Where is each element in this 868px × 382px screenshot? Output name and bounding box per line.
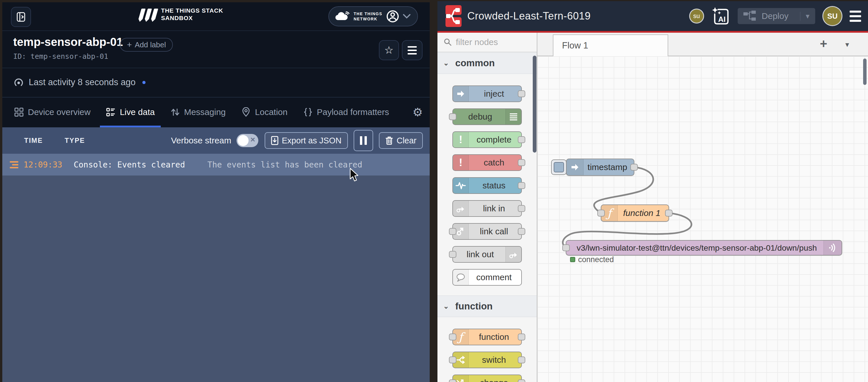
live-indicator-dot	[143, 81, 146, 84]
palette-node-link-in[interactable]: link in	[453, 200, 522, 217]
node-label: v3/lwn-simulator-test@ttn/devices/temp-s…	[571, 241, 823, 255]
event-type: Console: Events cleared	[74, 160, 185, 170]
clear-events-button[interactable]: Clear	[379, 132, 423, 149]
column-header-type: TYPE	[65, 137, 85, 144]
user-badge-large[interactable]: SU	[823, 7, 842, 25]
output-port[interactable]	[518, 356, 525, 363]
main-menu-button[interactable]	[849, 11, 861, 22]
inject-trigger-button[interactable]	[551, 160, 567, 175]
canvas-node-mqtt-out[interactable]: v3/lwn-simulator-test@ttn/devices/temp-s…	[566, 240, 842, 255]
input-port[interactable]	[449, 251, 456, 258]
network-switcher-button[interactable]: THE THINGS NETWORK	[329, 6, 418, 26]
input-port[interactable]	[597, 210, 605, 216]
output-port[interactable]	[518, 182, 525, 189]
input-port[interactable]	[449, 356, 456, 363]
palette-node-function[interactable]: ƒ function	[453, 329, 522, 345]
export-json-button[interactable]: Export as JSON	[265, 132, 348, 149]
palette-node-debug[interactable]: debug	[453, 108, 522, 125]
input-port[interactable]	[562, 244, 570, 251]
ai-assistant-icon[interactable]: AI	[711, 7, 730, 26]
flow-tab-bar: Flow 1 + ▾	[537, 33, 868, 56]
palette-node-change[interactable]: change	[453, 375, 522, 382]
input-port[interactable]	[449, 379, 456, 382]
chevron-down-icon	[403, 14, 410, 19]
ttn-console-window: THE THINGS STACK SANDBOX THE THINGS NETW…	[2, 2, 430, 382]
tab-device-overview[interactable]: Device overview	[6, 97, 98, 127]
palette-node-comment[interactable]: comment	[453, 269, 522, 286]
node-red-header: Crowded-Least-Tern-6019 su AI Deploy ▾ S…	[437, 1, 868, 33]
user-badge-small[interactable]: su	[690, 9, 703, 23]
pause-stream-button[interactable]	[353, 130, 373, 151]
palette-node-status[interactable]: status	[453, 177, 522, 194]
header-actions: su AI Deploy ▾ SU	[690, 1, 861, 31]
output-port[interactable]	[518, 90, 525, 97]
bookmark-button[interactable]: ☆	[379, 40, 399, 60]
tab-label: Messaging	[184, 107, 226, 117]
output-port[interactable]	[518, 228, 525, 235]
node-label: comment	[468, 270, 520, 285]
verbose-stream-toggle[interactable]: ×	[237, 134, 258, 147]
input-port[interactable]	[449, 113, 456, 120]
deploy-button[interactable]: Deploy ▾	[738, 8, 815, 24]
export-label: Export as JSON	[282, 136, 342, 145]
palette-node-inject[interactable]: inject	[453, 85, 522, 102]
canvas-node-function-1[interactable]: ƒ function 1	[601, 205, 669, 222]
flow-tab-1[interactable]: Flow 1	[553, 34, 668, 56]
tab-messaging[interactable]: Messaging	[162, 97, 234, 127]
link-out-icon	[505, 247, 521, 262]
device-title: temp-sensor-abp-01	[13, 36, 123, 48]
network-line1: THE THINGS	[353, 11, 382, 16]
canvas-node-timestamp[interactable]: timestamp	[566, 159, 634, 176]
output-port[interactable]	[518, 205, 525, 212]
palette-node-complete[interactable]: ! complete	[453, 131, 522, 148]
palette-section-function[interactable]: ⌄ function	[437, 296, 537, 317]
device-menu-button[interactable]	[402, 40, 423, 60]
palette-scrollbar[interactable]	[533, 56, 536, 152]
sidebar-toggle-button[interactable]	[11, 7, 31, 27]
input-port[interactable]	[449, 334, 456, 340]
add-flow-button[interactable]: +	[820, 37, 827, 51]
palette-node-catch[interactable]: ! catch	[453, 154, 522, 171]
node-label: complete	[468, 132, 520, 147]
flow-canvas[interactable]: timestamp ƒ function 1 v3/lwn-simulator-…	[537, 56, 868, 382]
palette-node-switch[interactable]: switch	[453, 352, 522, 368]
tab-payload-formatters[interactable]: Payload formatters	[296, 97, 397, 127]
device-settings-gear[interactable]: ⚙	[412, 97, 423, 127]
node-label: function	[468, 329, 520, 345]
location-pin-icon	[241, 107, 251, 117]
tab-live-data[interactable]: Live data	[98, 97, 162, 127]
add-label-button[interactable]: + Add label	[120, 38, 173, 51]
node-red-window: Crowded-Least-Tern-6019 su AI Deploy ▾ S…	[437, 1, 868, 382]
node-red-logo	[445, 5, 462, 28]
output-port[interactable]	[518, 379, 525, 382]
output-port[interactable]	[518, 136, 525, 143]
output-port[interactable]	[630, 164, 638, 171]
pause-icon	[360, 136, 362, 145]
flow-list-caret[interactable]: ▾	[845, 40, 849, 49]
output-port[interactable]	[518, 159, 525, 166]
link-in-icon	[453, 201, 469, 216]
inject-arrow-icon	[453, 86, 469, 102]
toggle-knob	[238, 135, 249, 146]
filter-nodes-input[interactable]	[455, 37, 525, 47]
palette-node-link-call[interactable]: link call	[453, 223, 522, 240]
output-port[interactable]	[518, 334, 525, 340]
input-port[interactable]	[449, 228, 456, 235]
palette-section-common[interactable]: ⌄ common	[437, 52, 537, 74]
things-stack-logo: THE THINGS STACK SANDBOX	[140, 7, 223, 22]
device-tabs: Device overview Live data Messaging Loca…	[6, 97, 410, 127]
tab-location[interactable]: Location	[234, 97, 295, 127]
deploy-dropdown-caret[interactable]: ▾	[800, 12, 809, 21]
event-row[interactable]: 12:09:33 Console: Events cleared The eve…	[2, 154, 430, 175]
up-down-arrows-icon	[170, 107, 180, 117]
palette-search[interactable]	[437, 33, 537, 52]
output-port[interactable]	[665, 210, 673, 216]
tab-label: Payload formatters	[317, 107, 389, 117]
canvas-scrollbar[interactable]	[863, 59, 867, 85]
node-label: change	[468, 375, 520, 382]
deploy-nodes-icon	[743, 11, 756, 22]
exclamation-icon: !	[453, 132, 469, 147]
deploy-label: Deploy	[762, 11, 788, 21]
debug-lines-icon	[505, 109, 521, 125]
palette-node-link-out[interactable]: link out	[453, 246, 522, 263]
